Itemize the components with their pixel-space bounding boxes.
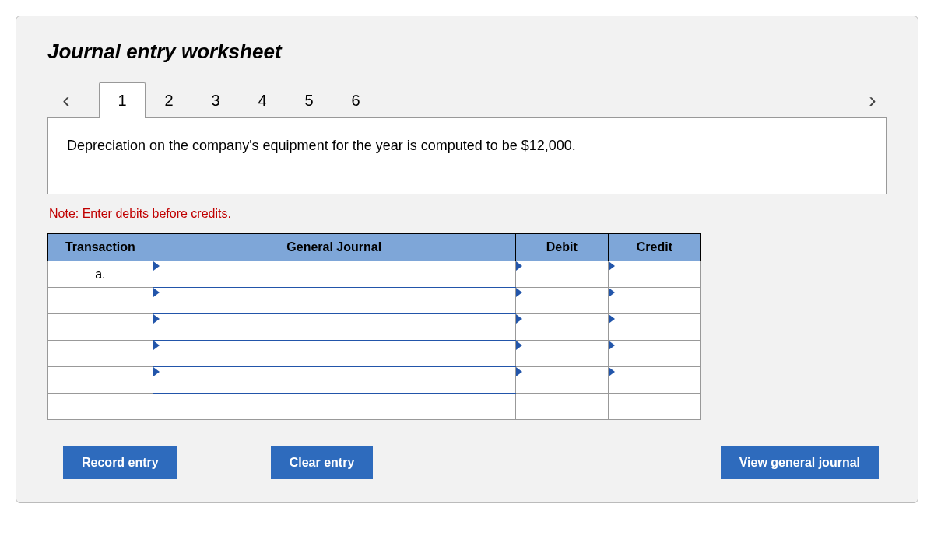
dropdown-icon (516, 314, 522, 324)
tab-2[interactable]: 2 (146, 82, 192, 118)
cell-general-journal[interactable] (153, 394, 515, 420)
cell-debit[interactable] (515, 394, 608, 420)
cell-debit[interactable] (515, 367, 608, 394)
header-transaction: Transaction (48, 234, 153, 261)
table-row (48, 314, 701, 341)
table-row (48, 394, 701, 420)
dropdown-icon (516, 341, 522, 350)
dropdown-icon (609, 288, 615, 297)
note-text: Note: Enter debits before credits. (49, 207, 887, 221)
page-title: Journal entry worksheet (47, 40, 887, 64)
dropdown-icon (609, 341, 615, 350)
next-arrow[interactable]: › (859, 82, 887, 118)
tab-6[interactable]: 6 (332, 82, 379, 118)
transaction-description: Depreciation on the company's equipment … (47, 117, 887, 194)
cell-general-journal[interactable] (153, 314, 515, 341)
tab-nav: ‹ 1 2 3 4 5 6 › (47, 82, 887, 118)
cell-general-journal[interactable] (153, 367, 515, 394)
cell-credit[interactable] (608, 394, 700, 420)
cell-transaction (48, 288, 153, 314)
table-row (48, 288, 701, 314)
header-credit: Credit (608, 234, 700, 261)
prev-arrow[interactable]: ‹ (52, 82, 80, 118)
cell-transaction (48, 314, 153, 341)
table-row: a. (48, 261, 701, 288)
worksheet-panel: Journal entry worksheet ‹ 1 2 3 4 5 6 › … (16, 16, 918, 503)
tab-5[interactable]: 5 (286, 82, 332, 118)
cell-transaction (48, 394, 153, 420)
cell-debit[interactable] (515, 261, 608, 288)
cell-transaction: a. (48, 261, 153, 288)
chevron-left-icon: ‹ (62, 88, 69, 113)
dropdown-icon (609, 367, 615, 376)
cell-debit[interactable] (515, 288, 608, 314)
cell-general-journal[interactable] (153, 288, 515, 314)
button-row: Record entry Clear entry View general jo… (47, 446, 887, 479)
cell-credit[interactable] (608, 288, 700, 314)
tab-list: 1 2 3 4 5 6 (99, 82, 379, 118)
tab-3[interactable]: 3 (192, 82, 239, 118)
dropdown-icon (153, 341, 160, 350)
cell-general-journal[interactable] (153, 341, 515, 367)
record-entry-button[interactable]: Record entry (63, 446, 177, 479)
clear-entry-button[interactable]: Clear entry (271, 446, 374, 479)
dropdown-icon (609, 261, 615, 271)
tab-1[interactable]: 1 (99, 82, 146, 118)
dropdown-icon (516, 367, 522, 376)
dropdown-icon (609, 314, 615, 324)
journal-entry-table: Transaction General Journal Debit Credit… (47, 233, 701, 420)
cell-credit[interactable] (608, 367, 700, 394)
cell-debit[interactable] (515, 314, 608, 341)
dropdown-icon (516, 261, 522, 271)
table-body: a. (48, 261, 701, 420)
cell-general-journal[interactable] (153, 261, 515, 288)
dropdown-icon (153, 367, 160, 376)
dropdown-icon (153, 288, 160, 297)
tab-4[interactable]: 4 (239, 82, 286, 118)
cell-transaction (48, 367, 153, 394)
table-row (48, 341, 701, 367)
dropdown-icon (153, 314, 160, 324)
chevron-right-icon: › (869, 88, 876, 113)
header-general-journal: General Journal (153, 234, 515, 261)
table-row (48, 367, 701, 394)
dropdown-icon (516, 288, 522, 297)
cell-credit[interactable] (608, 261, 700, 288)
cell-transaction (48, 341, 153, 367)
header-debit: Debit (515, 234, 608, 261)
cell-credit[interactable] (608, 314, 700, 341)
dropdown-icon (153, 261, 160, 271)
cell-credit[interactable] (608, 341, 700, 367)
view-general-journal-button[interactable]: View general journal (721, 446, 879, 479)
cell-debit[interactable] (515, 341, 608, 367)
